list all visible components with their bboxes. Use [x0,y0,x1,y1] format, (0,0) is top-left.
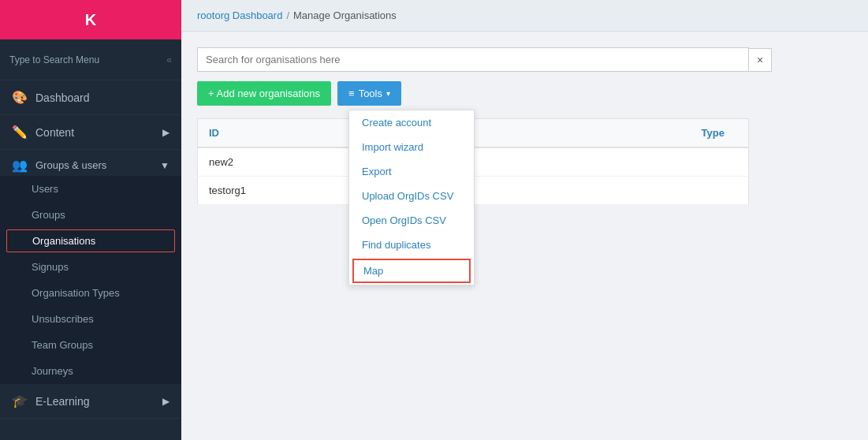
dropdown-item-import-wizard[interactable]: Import wizard [349,135,474,159]
sidebar-collapse-icon[interactable]: « [166,54,172,65]
breadcrumb-current: Manage Organisations [293,9,397,21]
tools-dropdown-menu: Create account Import wizard Export Uplo… [348,110,475,285]
dropdown-item-upload-orgids-csv[interactable]: Upload OrgIDs CSV [349,184,474,208]
sidebar-item-label: E-Learning [35,395,90,408]
content-icon: ✏️ [12,125,28,140]
dropdown-item-export[interactable]: Export [349,159,474,184]
chevron-right-icon: ▶ [162,396,170,407]
sidebar-item-journeys[interactable]: Journeys [0,358,181,384]
sidebar-item-groups[interactable]: Groups [0,202,181,228]
sidebar-item-team-groups[interactable]: Team Groups [0,332,181,358]
sidebar-search-area[interactable]: Type to Search Menu « [0,39,181,80]
sidebar-subitems-groups-users: Users Groups Organisations Signups Organ… [0,176,181,384]
sidebar-item-label: Content [35,126,74,139]
sidebar-item-organisations[interactable]: Organisations [6,229,175,252]
tools-label: Tools [359,88,382,99]
sidebar-item-organisation-types[interactable]: Organisation Types [0,280,181,306]
sidebar-item-dashboard[interactable]: 🎨 Dashboard [0,80,181,115]
e-learning-icon: 🎓 [12,393,28,408]
sidebar-item-content[interactable]: ✏️ Content ▶ [0,115,181,150]
table-column-type: Type [476,119,749,148]
sidebar-item-label: Groups & users [35,159,106,171]
sidebar-item-e-learning[interactable]: 🎓 E-Learning ▶ [0,384,181,419]
search-bar-row: × [197,47,852,72]
toolbar-row: + Add new organisations ≡ Tools ▾ Create… [197,81,852,106]
main-content: rootorg Dashboard / Manage Organisations… [181,0,868,440]
table-cell-type [476,177,749,205]
sidebar-item-users[interactable]: Users [0,176,181,202]
sidebar-item-signups[interactable]: Signups [0,254,181,280]
tools-button[interactable]: ≡ Tools ▾ [337,81,401,106]
table-cell-type [476,147,749,177]
search-menu-label: Type to Search Menu [9,54,99,65]
sidebar-item-label: Dashboard [35,91,90,104]
breadcrumb: rootorg Dashboard / Manage Organisations [181,0,868,32]
add-organisations-button[interactable]: + Add new organisations [197,81,331,106]
content-area: × + Add new organisations ≡ Tools ▾ Crea… [181,32,868,440]
sidebar: K Type to Search Menu « 🎨 Dashboard ✏️ C… [0,0,181,440]
dropdown-item-open-orgids-csv[interactable]: Open OrgIDs CSV [349,208,474,233]
dashboard-icon: 🎨 [12,90,28,105]
search-clear-button[interactable]: × [749,48,772,72]
sidebar-item-groups-users[interactable]: 👥 Groups & users ▼ [0,150,181,176]
search-input[interactable] [197,47,749,72]
sidebar-logo[interactable]: K [0,0,181,39]
chevron-down-icon: ▼ [160,160,170,171]
breadcrumb-separator: / [286,9,289,21]
groups-users-icon: 👥 [12,158,28,173]
sidebar-item-unsubscribes[interactable]: Unsubscribes [0,306,181,332]
chevron-right-icon: ▶ [162,127,170,138]
tools-caret-icon: ▾ [386,89,390,98]
logo-icon: K [85,11,96,29]
dropdown-item-map[interactable]: Map [352,259,471,283]
dropdown-item-create-account[interactable]: Create account [349,110,474,135]
dropdown-item-find-duplicates[interactable]: Find duplicates [349,233,474,257]
breadcrumb-home[interactable]: rootorg Dashboard [197,9,282,21]
tools-icon: ≡ [348,88,355,99]
